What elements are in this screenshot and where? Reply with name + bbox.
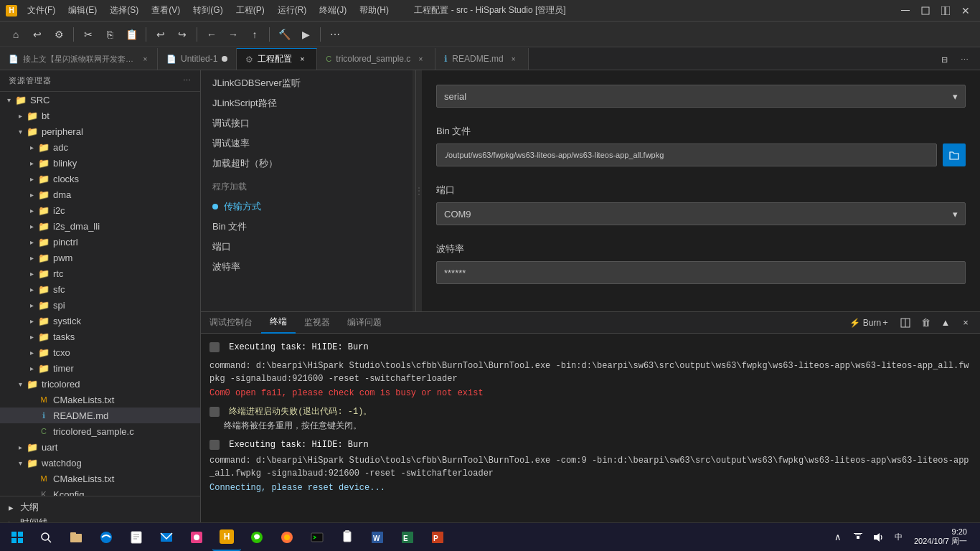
taskbar-hispark[interactable]: H bbox=[212, 524, 241, 551]
config-debug-speed[interactable]: 调试速率 bbox=[201, 133, 415, 154]
tree-item-pwm[interactable]: ▸ 📁 pwm bbox=[0, 250, 200, 265]
terminal-tab-problems[interactable]: 编译问题 bbox=[339, 312, 390, 334]
tab-readme[interactable]: ℹ README.md × bbox=[435, 48, 528, 70]
tab-config-close[interactable]: × bbox=[296, 54, 308, 65]
bin-file-input[interactable]: ./output/ws63/fwpkg/ws63-liteos-app/ws63… bbox=[436, 143, 937, 166]
toolbar-build[interactable]: 🔨 bbox=[274, 24, 294, 44]
toolbar-home[interactable]: ⌂ bbox=[6, 24, 26, 44]
taskbar-diagram[interactable]: E bbox=[393, 524, 422, 551]
config-port-nav[interactable]: 端口 bbox=[201, 237, 415, 257]
tab-untitled[interactable]: 📄 Untitled-1 bbox=[158, 48, 237, 70]
tree-item-tricolored[interactable]: ▾ 📁 tricolored bbox=[0, 376, 200, 392]
menu-file[interactable]: 文件(F) bbox=[22, 3, 61, 18]
config-transfer-mode[interactable]: 传输方式 bbox=[201, 197, 415, 217]
tree-item-cmake1[interactable]: ▸ M CMakeLists.txt bbox=[0, 392, 200, 408]
toolbar-nav-forward[interactable]: → bbox=[223, 24, 243, 44]
menu-help[interactable]: 帮助(H) bbox=[354, 3, 395, 18]
start-button[interactable] bbox=[3, 523, 32, 552]
tab-config[interactable]: ⚙ 工程配置 × bbox=[237, 48, 317, 70]
toolbar-copy[interactable]: ⎘ bbox=[100, 24, 120, 44]
taskbar-file-explorer[interactable] bbox=[62, 524, 90, 551]
toolbar-more[interactable]: ⋯ bbox=[325, 24, 345, 44]
close-button[interactable]: ✕ bbox=[957, 4, 974, 18]
bin-file-browse-button[interactable] bbox=[943, 143, 966, 166]
tree-item-bt[interactable]: ▸ 📁 bt bbox=[0, 108, 200, 123]
tray-expand-button[interactable]: ∧ bbox=[829, 529, 847, 546]
tree-item-watchdog[interactable]: ▾ 📁 watchdog bbox=[0, 455, 200, 471]
taskbar-mail[interactable] bbox=[152, 524, 181, 551]
terminal-trash-button[interactable]: 🗑 bbox=[917, 314, 934, 331]
port-select[interactable]: COM9 ▾ bbox=[436, 202, 966, 225]
layout-button[interactable] bbox=[937, 4, 954, 18]
tree-item-src[interactable]: ▾ 📁 SRC bbox=[0, 92, 200, 108]
tree-item-clocks[interactable]: ▸ 📁 clocks bbox=[0, 171, 200, 187]
config-load-timeout[interactable]: 加载超时（秒） bbox=[201, 154, 415, 174]
restore-button[interactable] bbox=[917, 4, 934, 18]
tree-item-blinky[interactable]: ▸ 📁 blinky bbox=[0, 155, 200, 171]
toolbar-paste[interactable]: 📋 bbox=[121, 24, 141, 44]
toolbar-run[interactable]: ▶ bbox=[296, 24, 316, 44]
config-debug-interface[interactable]: 调试接口 bbox=[201, 113, 415, 133]
config-jlinkscript[interactable]: JLinkScript路径 bbox=[201, 93, 415, 113]
tree-item-rtc[interactable]: ▸ 📁 rtc bbox=[0, 265, 200, 281]
toolbar-back[interactable]: ↩ bbox=[27, 24, 47, 44]
menu-run[interactable]: 运行(R) bbox=[272, 3, 313, 18]
minimize-button[interactable] bbox=[897, 4, 914, 18]
tree-item-readme[interactable]: ▸ ℹ README.md bbox=[0, 408, 200, 423]
toolbar-undo[interactable]: ↩ bbox=[151, 24, 171, 44]
config-bin-file[interactable]: Bin 文件 bbox=[201, 217, 415, 237]
burn-button[interactable]: ⚡ Burn bbox=[857, 314, 874, 331]
tree-item-tasks[interactable]: ▸ 📁 tasks bbox=[0, 329, 200, 344]
baudrate-select[interactable]: ****** bbox=[436, 261, 966, 284]
tab-tricolored-close[interactable]: × bbox=[415, 53, 426, 65]
menu-project[interactable]: 工程(P) bbox=[230, 3, 270, 18]
tree-item-cmake2[interactable]: ▸ M CMakeLists.txt bbox=[0, 471, 200, 486]
tree-item-pinctrl[interactable]: ▸ 📁 pinctrl bbox=[0, 234, 200, 250]
taskbar-wechat[interactable] bbox=[242, 524, 271, 551]
menu-goto[interactable]: 转到(G) bbox=[187, 3, 228, 18]
toolbar-redo[interactable]: ↪ bbox=[172, 24, 192, 44]
tree-item-tcxo[interactable]: ▸ 📁 tcxo bbox=[0, 344, 200, 360]
terminal-maximize-button[interactable]: ▲ bbox=[937, 314, 954, 331]
tree-item-i2s-dma-lli[interactable]: ▸ 📁 i2s_dma_lli bbox=[0, 218, 200, 234]
tree-item-dma[interactable]: ▸ 📁 dma bbox=[0, 187, 200, 202]
tab-article-close[interactable]: × bbox=[142, 53, 149, 65]
sidebar-more-btn[interactable]: ⋯ bbox=[183, 76, 192, 85]
more-tabs-button[interactable]: ⋯ bbox=[954, 50, 974, 70]
tree-item-spi[interactable]: ▸ 📁 spi bbox=[0, 297, 200, 313]
panel-resize-handle[interactable]: ⋮ bbox=[416, 70, 422, 311]
tray-keyboard-icon[interactable]: 中 bbox=[890, 529, 907, 546]
tree-item-kconfig[interactable]: ▸ K Kconfig bbox=[0, 486, 200, 496]
toolbar-nav-back[interactable]: ← bbox=[202, 24, 222, 44]
menu-view[interactable]: 查看(V) bbox=[146, 3, 186, 18]
tree-item-timer[interactable]: ▸ 📁 timer bbox=[0, 360, 200, 376]
toolbar-settings[interactable]: ⚙ bbox=[49, 24, 69, 44]
taskbar-edge[interactable] bbox=[92, 524, 121, 551]
tree-item-i2c[interactable]: ▸ 📁 i2c bbox=[0, 202, 200, 218]
menu-terminal[interactable]: 终端(J) bbox=[314, 3, 352, 18]
toolbar-nav-up[interactable]: ↑ bbox=[245, 24, 265, 44]
taskbar-terminal[interactable] bbox=[303, 524, 331, 551]
taskbar-notepad[interactable] bbox=[122, 524, 151, 551]
menu-edit[interactable]: 编辑(E) bbox=[62, 3, 103, 18]
config-jlinkserver[interactable]: JLinkGDBServer监听 bbox=[201, 73, 415, 93]
terminal-tab-terminal[interactable]: 终端 bbox=[261, 312, 296, 334]
taskbar-firefox[interactable] bbox=[273, 524, 301, 551]
split-editor-button[interactable]: ⊟ bbox=[934, 50, 954, 70]
config-baudrate-nav[interactable]: 波特率 bbox=[201, 257, 415, 277]
terminal-tab-monitor[interactable]: 监视器 bbox=[296, 312, 339, 334]
tab-readme-close[interactable]: × bbox=[508, 53, 519, 65]
tab-tricolored[interactable]: C tricolored_sample.c × bbox=[317, 48, 435, 70]
tray-network-icon[interactable] bbox=[849, 529, 867, 546]
serial-select[interactable]: serial ▾ bbox=[436, 85, 966, 108]
taskbar-clip[interactable] bbox=[333, 524, 362, 551]
tree-item-uart[interactable]: ▸ 📁 uart bbox=[0, 439, 200, 455]
tree-item-systick[interactable]: ▸ 📁 systick bbox=[0, 313, 200, 329]
menu-select[interactable]: 选择(S) bbox=[104, 3, 144, 18]
terminal-tab-debug[interactable]: 调试控制台 bbox=[201, 312, 261, 334]
toolbar-cut[interactable]: ✂ bbox=[78, 24, 98, 44]
tree-item-tricolored-c[interactable]: ▸ C tricolored_sample.c bbox=[0, 423, 200, 439]
taskbar-word[interactable]: W bbox=[363, 524, 392, 551]
taskbar-doc[interactable]: P bbox=[423, 524, 452, 551]
taskbar-photo[interactable] bbox=[182, 524, 211, 551]
